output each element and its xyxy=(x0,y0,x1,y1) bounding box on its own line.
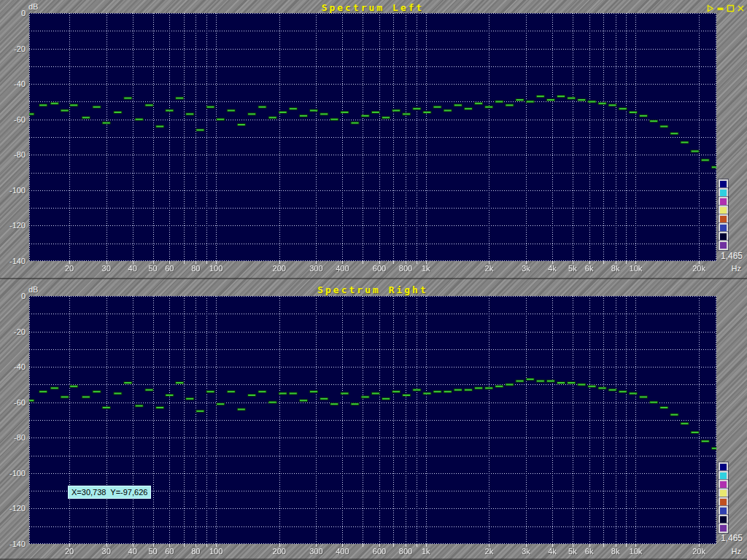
maximize-icon[interactable] xyxy=(727,2,735,10)
x-tick-label: 600 xyxy=(373,547,386,556)
x-tick-label: 200 xyxy=(273,547,286,556)
x-tick-label: 2k xyxy=(485,264,494,273)
x-tick-label: 1k xyxy=(422,264,430,273)
x-tick-label: 100 xyxy=(209,547,222,556)
x-tick-label: 1k xyxy=(422,547,430,556)
x-tick-label: 40 xyxy=(128,264,137,273)
minimize-icon[interactable] xyxy=(716,2,724,10)
y-tick-label: -60 xyxy=(0,115,26,124)
x-tick-label: 5k xyxy=(568,264,577,273)
y-tick-label: -140 xyxy=(0,257,26,265)
x-tick-label: 4k xyxy=(548,264,557,273)
x-unit-label-left: Hz xyxy=(718,264,741,273)
x-tick-label: 30 xyxy=(102,547,111,556)
x-tick-label: 60 xyxy=(165,264,174,273)
y-unit-label-left: dB xyxy=(28,2,38,11)
x-tick-label: 2k xyxy=(485,547,494,556)
y-tick-label: -100 xyxy=(0,469,26,478)
x-tick-label: 80 xyxy=(191,264,200,273)
y-tick-label: -140 xyxy=(0,540,26,548)
cursor-frequency-readout-right: 1,465 xyxy=(718,533,743,543)
spectrum-right-plot[interactable] xyxy=(29,296,716,548)
cursor-frequency-readout-left: 1,465 xyxy=(718,251,743,261)
x-tick-label: 3k xyxy=(522,264,530,273)
y-tick-label: -40 xyxy=(0,362,26,371)
y-tick-label: 0 xyxy=(0,292,26,300)
x-tick-label: 20 xyxy=(65,547,74,556)
x-tick-label: 20 xyxy=(65,264,74,273)
cursor-xy-readout: X=30,738 Y=-97,626 xyxy=(68,486,151,499)
panel-divider xyxy=(0,278,747,279)
x-tick-label: 6k xyxy=(585,547,594,556)
x-tick-label: 6k xyxy=(585,264,594,273)
x-tick-label: 800 xyxy=(399,547,412,556)
y-unit-label-right: dB xyxy=(28,285,38,294)
x-tick-label: 10k xyxy=(630,547,643,556)
x-tick-label: 60 xyxy=(165,547,174,556)
x-tick-label: 8k xyxy=(611,264,620,273)
x-tick-label: 200 xyxy=(273,264,286,273)
x-tick-label: 50 xyxy=(148,264,157,273)
y-tick-label: 0 xyxy=(0,9,26,18)
x-tick-label: 400 xyxy=(336,264,349,273)
y-tick-label: -120 xyxy=(0,221,26,230)
x-tick-label: 30 xyxy=(102,264,111,273)
x-tick-label: 800 xyxy=(399,264,412,273)
x-tick-label: 300 xyxy=(309,547,322,556)
x-unit-label-right: Hz xyxy=(718,547,741,556)
y-tick-label: -20 xyxy=(0,44,26,53)
x-tick-label: 3k xyxy=(522,547,530,556)
x-tick-label: 50 xyxy=(148,547,157,556)
x-tick-label: 600 xyxy=(373,264,386,273)
overlay-color-swatch[interactable] xyxy=(719,524,728,533)
x-tick-label: 40 xyxy=(128,547,137,556)
x-tick-label: 300 xyxy=(309,264,322,273)
y-tick-label: -40 xyxy=(0,79,26,88)
x-tick-label: 4k xyxy=(548,547,557,556)
y-tick-label: -60 xyxy=(0,398,26,407)
x-tick-label: 8k xyxy=(611,547,620,556)
panel-title-left: Spectrum Left xyxy=(29,2,716,13)
y-tick-label: -80 xyxy=(0,433,26,442)
y-tick-label: -100 xyxy=(0,186,26,195)
y-tick-label: -80 xyxy=(0,150,26,159)
overlay-color-swatch[interactable] xyxy=(719,241,728,250)
x-tick-label: 400 xyxy=(336,547,349,556)
spectrum-left-plot[interactable] xyxy=(29,13,716,265)
x-tick-label: 20k xyxy=(692,264,705,273)
y-tick-label: -120 xyxy=(0,504,26,513)
y-tick-label: -20 xyxy=(0,327,26,336)
app-window: { "window": { "controls": [ {"name": "pl… xyxy=(0,0,747,560)
panel-title-right: Spectrum Right xyxy=(29,284,716,295)
x-tick-label: 80 xyxy=(191,547,200,556)
x-tick-label: 10k xyxy=(630,264,643,273)
x-tick-label: 20k xyxy=(692,547,705,556)
close-icon[interactable] xyxy=(737,2,745,10)
x-tick-label: 5k xyxy=(568,547,577,556)
x-tick-label: 100 xyxy=(209,264,222,273)
